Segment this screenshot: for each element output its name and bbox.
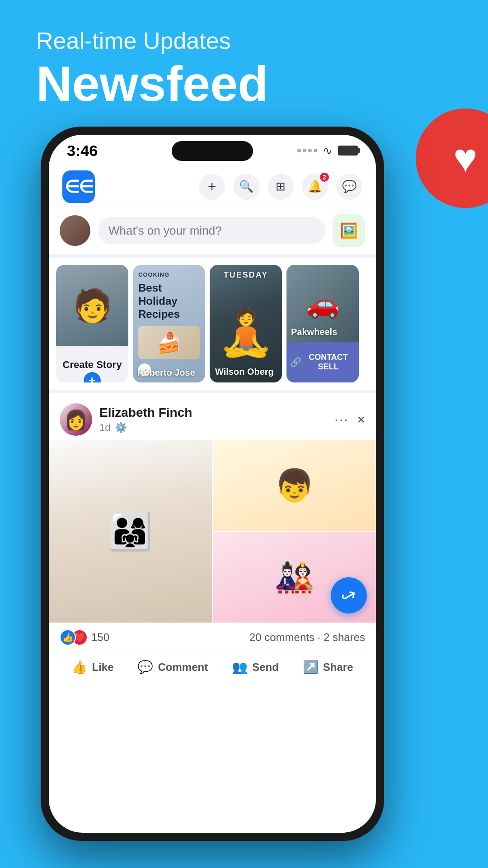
recipe-tag: COOKING: [138, 271, 200, 278]
post-actions: ··· ×: [334, 412, 365, 427]
avatar-image: [60, 215, 90, 246]
notification-badge: 2: [319, 172, 330, 183]
post-avatar: 👩: [60, 403, 92, 436]
comment-icon: 💬: [137, 660, 153, 675]
phone-frame: 3:46 ∿ ∈∈ +: [41, 127, 384, 841]
story-name-pakwheels: Pakwheels: [291, 327, 337, 337]
wifi-icon: ∿: [323, 144, 333, 158]
like-label: Like: [92, 661, 113, 674]
like-reaction-icon: 👍: [60, 629, 76, 646]
story-day-label: TUESDAY: [210, 270, 282, 280]
post-header: 👩 Elizabeth Finch 1d ⚙️ ··· ×: [49, 393, 376, 440]
send-icon: 👥: [232, 660, 248, 675]
post-settings-icon: ⚙️: [115, 422, 127, 434]
messenger-icon: 💬: [342, 179, 357, 193]
bell-icon: 🔔: [308, 179, 322, 193]
kids-photo: 👦: [213, 440, 376, 531]
share-button[interactable]: ↗️ Share: [296, 656, 361, 678]
post-photo-grid: 👨‍👩‍👧 👦 🎎: [49, 440, 376, 623]
photo-1: 👨‍👩‍👧: [49, 440, 212, 623]
grid-icon: ⊞: [276, 179, 286, 193]
story-card-pakwheels[interactable]: 🚗 🔗 CONTACT SELL Pakwheels: [286, 265, 359, 382]
header-section: Real-time Updates Newsfeed: [36, 27, 268, 108]
add-button[interactable]: +: [199, 174, 225, 200]
share-label: Share: [323, 661, 353, 674]
newsfeed-title: Newsfeed: [36, 59, 268, 108]
app-logo: ∈∈: [62, 170, 95, 203]
create-story-plus: +: [82, 371, 102, 382]
recipe-image: 🍰: [138, 326, 200, 359]
plus-icon: +: [208, 178, 216, 195]
post-action-bar: 👍 Like 💬 Comment 👥 Send ↗️ Share: [60, 651, 365, 678]
share-float-button[interactable]: ↪: [331, 577, 367, 613]
craft-photo: 👨‍👩‍👧: [49, 440, 212, 623]
create-story-label: Create Story: [59, 359, 126, 371]
post-section: 👩 Elizabeth Finch 1d ⚙️ ··· ×: [49, 393, 376, 684]
nav-icons: + 🔍 ⊞ 🔔 2 💬: [199, 174, 362, 200]
phone-screen: 3:46 ∿ ∈∈ +: [49, 135, 376, 833]
post-reactions: 👍 ❤️ 150: [60, 629, 109, 646]
comment-button[interactable]: 💬 Comment: [130, 656, 215, 678]
comment-label: Comment: [158, 661, 208, 674]
send-label: Send: [252, 661, 279, 674]
photo-icon: 🖼️: [340, 222, 358, 239]
like-button[interactable]: 👍 Like: [64, 656, 121, 678]
contact-sell-badge: CONTACT SELL: [301, 353, 355, 372]
post-user-info: Elizabeth Finch 1d ⚙️: [99, 406, 327, 434]
status-time: 3:46: [67, 142, 98, 160]
story-name-roberto: Roberto Jose: [137, 368, 195, 378]
status-icons: ∿: [297, 144, 358, 158]
search-icon: 🔍: [239, 179, 253, 193]
signal-icon: [297, 149, 317, 152]
post-time: 1d: [99, 422, 110, 434]
create-story-card[interactable]: 🧑 + Create Story: [56, 265, 128, 382]
post-meta: 1d ⚙️: [99, 422, 327, 434]
story-name-wilson: Wilson Oberg: [215, 367, 274, 377]
share-icon: ↗️: [303, 660, 319, 675]
notification-button[interactable]: 🔔 2: [302, 174, 328, 200]
compose-placeholder: What's on your mind?: [108, 224, 222, 238]
status-bar: 3:46 ∿: [49, 135, 376, 166]
grid-button[interactable]: ⊞: [267, 174, 294, 200]
recipe-title: Best Holiday Recipes: [138, 282, 200, 321]
compose-avatar: [60, 215, 90, 246]
battery-icon: [338, 146, 358, 156]
share-float-icon: ↪: [337, 583, 361, 609]
car-story-bg: 🚗 🔗 CONTACT SELL: [286, 265, 359, 382]
comments-count: 20 comments: [249, 631, 314, 643]
dynamic-island: [172, 141, 253, 161]
post-footer: 👍 ❤️ 150 20 comments · 2 shares 👍 L: [49, 623, 376, 684]
photo-2: 👦: [213, 440, 376, 531]
stories-section: 🧑 + Create Story COOKING Best Holiday Re…: [49, 258, 376, 393]
send-button[interactable]: 👥 Send: [225, 656, 286, 678]
post-more-button[interactable]: ···: [334, 412, 349, 427]
shares-count: 2 shares: [324, 631, 365, 643]
post-user-name: Elizabeth Finch: [99, 406, 327, 420]
reaction-icons: 👍 ❤️: [60, 629, 88, 646]
reaction-count: 150: [91, 631, 109, 644]
story-person-bg: 🧘 TUESDAY: [210, 265, 282, 382]
messenger-button[interactable]: 💬: [336, 174, 362, 200]
search-button[interactable]: 🔍: [233, 174, 259, 200]
stories-scroll: 🧑 + Create Story COOKING Best Holiday Re…: [49, 265, 376, 382]
post-comments-shares: 20 comments · 2 shares: [249, 631, 365, 644]
navigation-bar: ∈∈ + 🔍 ⊞ 🔔 2 💬: [49, 166, 376, 207]
story-card-roberto[interactable]: COOKING Best Holiday Recipes 🍰 → Roberto…: [133, 265, 205, 382]
post-input[interactable]: What's on your mind?: [98, 217, 325, 244]
compose-area: What's on your mind? 🖼️: [49, 207, 376, 258]
like-icon: 👍: [71, 660, 87, 675]
create-story-photo: 🧑: [56, 265, 128, 346]
story-card-wilson[interactable]: 🧘 TUESDAY Wilson Oberg: [210, 265, 282, 382]
post-stats: 👍 ❤️ 150 20 comments · 2 shares: [60, 629, 365, 646]
photo-add-button[interactable]: 🖼️: [333, 214, 365, 247]
realtime-label: Real-time Updates: [36, 27, 268, 54]
post-close-button[interactable]: ×: [357, 412, 365, 427]
